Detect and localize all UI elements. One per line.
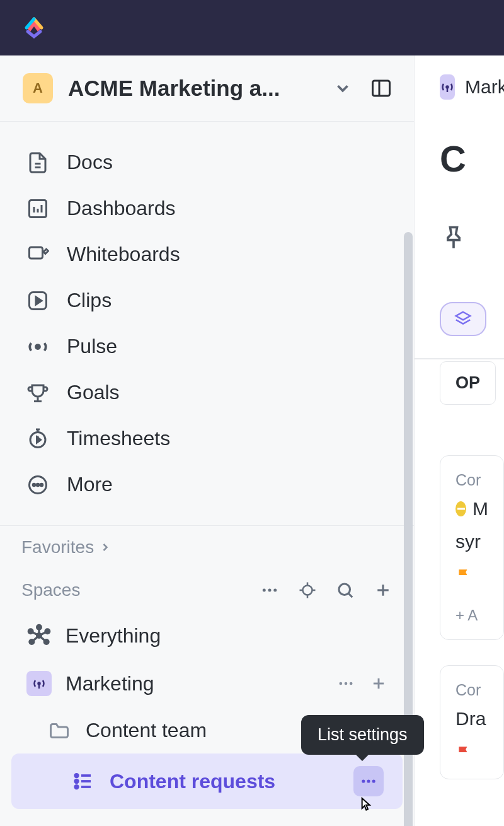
- svg-point-26: [339, 584, 350, 595]
- nav-label: Timesheets: [67, 427, 170, 450]
- task-parent-label: Cor: [455, 681, 488, 699]
- svg-marker-60: [456, 312, 471, 320]
- svg-point-56: [372, 779, 375, 782]
- nav-label: More: [67, 473, 113, 496]
- list-label: Content requests: [110, 770, 275, 793]
- svg-point-44: [345, 682, 348, 685]
- ellipsis-icon[interactable]: [260, 581, 279, 600]
- nav-label: Goals: [67, 381, 120, 404]
- sidebar-toggle-icon[interactable]: [367, 77, 395, 100]
- svg-point-19: [268, 589, 272, 592]
- task-subtitle: syr: [455, 531, 488, 552]
- task-card[interactable]: Cor Dra: [440, 665, 504, 779]
- svg-point-55: [367, 779, 370, 782]
- svg-point-18: [263, 589, 266, 592]
- svg-line-37: [32, 636, 39, 642]
- add-subtask[interactable]: + A: [455, 607, 488, 624]
- list-settings-button[interactable]: [353, 766, 384, 796]
- breadcrumb[interactable]: Mark: [440, 74, 504, 137]
- whiteboards-icon: [26, 243, 49, 266]
- pin-icon[interactable]: [440, 224, 467, 252]
- svg-marker-13: [37, 437, 41, 443]
- layers-icon: [454, 310, 472, 329]
- nav-clips[interactable]: Clips: [0, 277, 414, 323]
- svg-point-17: [40, 484, 43, 486]
- svg-rect-0: [373, 81, 390, 96]
- folder-label: Content team: [86, 719, 207, 742]
- favorites-label: Favorites: [21, 537, 94, 557]
- nav-label: Dashboards: [67, 197, 176, 220]
- everything-icon: [26, 623, 52, 648]
- ellipsis-icon[interactable]: [337, 675, 355, 692]
- space-marketing[interactable]: Marketing: [0, 660, 414, 707]
- more-icon: [26, 474, 49, 496]
- nav-label: Pulse: [67, 335, 117, 358]
- timesheets-icon: [26, 428, 49, 450]
- nav-dashboards[interactable]: Dashboards: [0, 185, 414, 231]
- plus-icon[interactable]: [370, 675, 387, 692]
- ellipsis-icon: [360, 772, 377, 790]
- goals-icon: [26, 381, 49, 404]
- task-title: M: [472, 498, 488, 520]
- plus-icon[interactable]: [374, 581, 392, 600]
- svg-point-11: [36, 345, 40, 349]
- nav-goals[interactable]: Goals: [0, 369, 414, 416]
- tooltip: List settings: [301, 715, 424, 755]
- svg-point-21: [303, 586, 312, 595]
- svg-point-45: [350, 682, 353, 685]
- svg-point-15: [33, 484, 35, 486]
- nav-label: Clips: [67, 289, 112, 312]
- nav-timesheets[interactable]: Timesheets: [0, 416, 414, 462]
- svg-line-38: [39, 636, 47, 642]
- group-pill[interactable]: [440, 302, 486, 336]
- space-label: Everything: [66, 624, 161, 648]
- list-content-requests[interactable]: Content requests: [11, 753, 403, 809]
- dashboards-icon: [26, 197, 49, 220]
- list-icon: [72, 770, 94, 793]
- nav-label: Whiteboards: [67, 243, 180, 266]
- space-label: Marketing: [66, 672, 154, 695]
- chevron-right-icon: [99, 541, 112, 554]
- marketing-icon: [26, 671, 52, 696]
- pulse-icon: [26, 335, 49, 358]
- svg-marker-10: [36, 297, 42, 305]
- svg-point-16: [37, 484, 39, 486]
- flag-icon[interactable]: [455, 745, 472, 761]
- svg-rect-8: [30, 247, 43, 259]
- top-bar: [0, 0, 504, 55]
- space-everything[interactable]: Everything: [0, 612, 414, 660]
- svg-point-49: [75, 780, 78, 783]
- workspace-name: ACME Marketing a...: [68, 76, 318, 101]
- breadcrumb-label: Mark: [465, 76, 504, 98]
- svg-line-27: [348, 593, 352, 597]
- nav-more[interactable]: More: [0, 462, 414, 508]
- nav-whiteboards[interactable]: Whiteboards: [0, 231, 414, 277]
- task-title: Dra: [455, 708, 488, 730]
- status-chip[interactable]: OP: [440, 361, 496, 405]
- status-dot-icon: [455, 501, 466, 516]
- spaces-header: Spaces: [0, 569, 414, 612]
- folder-icon: [48, 719, 71, 742]
- favorites-header[interactable]: Favorites: [0, 526, 414, 569]
- search-icon[interactable]: [336, 581, 355, 600]
- svg-point-20: [273, 589, 277, 592]
- nav-pulse[interactable]: Pulse: [0, 323, 414, 369]
- workspace-avatar: A: [23, 73, 53, 103]
- page-title: C: [440, 137, 504, 180]
- svg-point-48: [75, 774, 78, 777]
- marketing-icon: [440, 74, 455, 100]
- chevron-down-icon: [333, 79, 352, 98]
- app-logo-icon[interactable]: [20, 14, 48, 42]
- target-icon[interactable]: [298, 581, 317, 600]
- main-content: Mark C OP Cor M syr + A Cor Dra: [415, 55, 504, 826]
- nav-label: Docs: [67, 151, 113, 174]
- svg-point-43: [340, 682, 343, 685]
- sidebar: A ACME Marketing a... Docs Dashboards: [0, 55, 415, 826]
- task-card[interactable]: Cor M syr + A: [440, 455, 504, 640]
- flag-icon[interactable]: [455, 567, 472, 584]
- docs-icon: [26, 151, 49, 174]
- nav-docs[interactable]: Docs: [0, 139, 414, 185]
- spaces-label: Spaces: [21, 580, 80, 600]
- workspace-selector[interactable]: A ACME Marketing a...: [0, 55, 414, 122]
- svg-point-50: [75, 786, 78, 789]
